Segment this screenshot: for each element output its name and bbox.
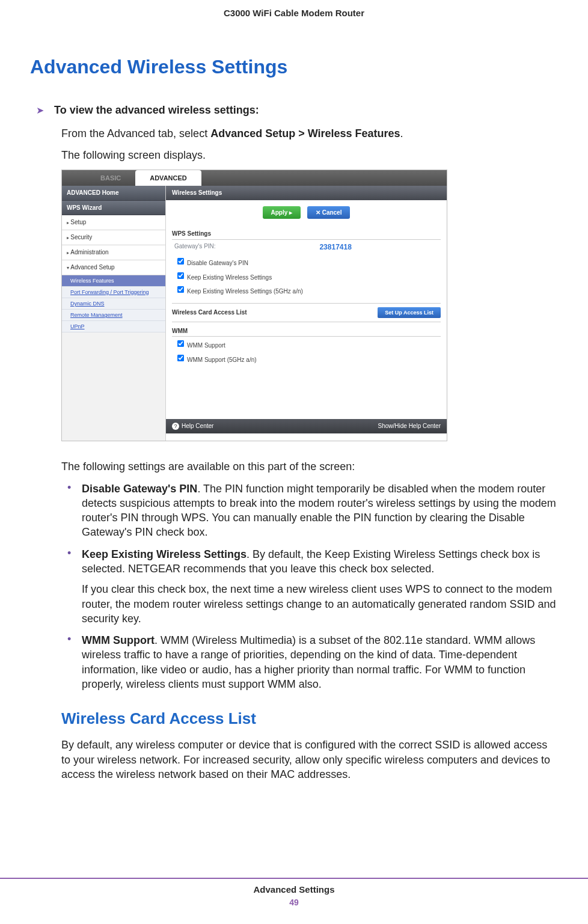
cb-disable-gateway-pin[interactable] bbox=[177, 258, 184, 265]
setting-keep-existing: Keep Existing Wireless Settings. By defa… bbox=[61, 547, 558, 626]
help-center-label[interactable]: Help Center bbox=[172, 422, 213, 430]
wmm-header: WMM bbox=[172, 326, 441, 337]
sidebar-sub-remote-management[interactable]: Remote Management bbox=[62, 310, 165, 321]
setting-term: WMM Support bbox=[82, 634, 155, 646]
cb-keep-existing-5g-label: Keep Existing Wireless Settings (5GHz a/… bbox=[187, 288, 303, 295]
acl-paragraph: By default, any wireless computer or dev… bbox=[61, 738, 558, 782]
sidebar-sub-port-forwarding[interactable]: Port Forwarding / Port Triggering bbox=[62, 287, 165, 298]
procedure-result: The following screen displays. bbox=[61, 148, 558, 162]
procedure-step: From the Advanced tab, select Advanced S… bbox=[61, 126, 558, 141]
cb-disable-gateway-pin-label: Disable Gateway's PIN bbox=[187, 260, 248, 266]
wps-settings-header: WPS Settings bbox=[172, 228, 441, 240]
page-footer: Advanced Settings 49 bbox=[0, 878, 588, 908]
setting-extra: If you clear this check box, the next ti… bbox=[82, 582, 558, 626]
apply-button[interactable]: Apply ▸ bbox=[263, 206, 301, 219]
cb-wmm-support-5g-label: WMM Support (5GHz a/n) bbox=[187, 356, 257, 363]
sidebar-sub-wireless-features[interactable]: Wireless Features bbox=[62, 275, 165, 287]
setting-wmm-support: WMM Support. WMM (Wireless Multimedia) i… bbox=[61, 633, 558, 691]
footer-section: Advanced Settings bbox=[0, 884, 588, 896]
cb-wmm-support-label: WMM Support bbox=[187, 342, 225, 349]
sidebar-sub-upnp[interactable]: UPnP bbox=[62, 321, 165, 332]
step-bold-path: Advanced Setup > Wireless Features bbox=[210, 127, 400, 139]
setting-disable-pin: Disable Gateway's PIN. The PIN function … bbox=[61, 482, 558, 540]
subheading-acl: Wireless Card Access List bbox=[61, 708, 558, 729]
cb-keep-existing[interactable] bbox=[177, 272, 184, 278]
cb-wmm-support[interactable] bbox=[177, 340, 184, 347]
embedded-screenshot: BASIC ADVANCED ADVANCED Home WPS Wizard … bbox=[61, 170, 447, 441]
step-suffix: . bbox=[400, 127, 403, 139]
gateway-pin-label: Gateway's PIN: bbox=[174, 242, 319, 252]
cb-keep-existing-5g[interactable] bbox=[177, 286, 184, 293]
acl-label: Wireless Card Access List bbox=[172, 308, 378, 317]
sidebar-item-administration[interactable]: Administration bbox=[62, 245, 165, 260]
footer-page-number: 49 bbox=[0, 897, 588, 908]
cb-wmm-support-5g[interactable] bbox=[177, 355, 184, 361]
gateway-pin-value: 23817418 bbox=[319, 242, 351, 252]
sidebar-advanced-home[interactable]: ADVANCED Home bbox=[62, 186, 165, 201]
tab-basic[interactable]: BASIC bbox=[86, 170, 135, 186]
setting-term: Disable Gateway's PIN bbox=[82, 483, 197, 495]
procedure-task: To view the advanced wireless settings: bbox=[54, 104, 259, 116]
cancel-button[interactable]: ✕ Cancel bbox=[307, 206, 351, 219]
page-title-h1: Advanced Wireless Settings bbox=[30, 54, 558, 80]
procedure-arrow-icon: ➤ bbox=[36, 104, 44, 117]
sidebar-item-security[interactable]: Security bbox=[62, 230, 165, 245]
cb-keep-existing-label: Keep Existing Wireless Settings bbox=[187, 274, 272, 281]
sidebar-item-setup[interactable]: Setup bbox=[62, 215, 165, 230]
tab-advanced[interactable]: ADVANCED bbox=[135, 170, 201, 186]
sidebar-item-advanced-setup[interactable]: Advanced Setup bbox=[62, 260, 165, 275]
settings-intro: The following settings are available on … bbox=[61, 459, 558, 474]
sidebar-sub-dynamic-dns[interactable]: Dynamic DNS bbox=[62, 298, 165, 310]
setting-term: Keep Existing Wireless Settings bbox=[82, 548, 247, 560]
step-prefix: From the Advanced tab, select bbox=[61, 127, 210, 139]
running-header: C3000 WiFi Cable Modem Router bbox=[30, 7, 558, 19]
panel-title: Wireless Settings bbox=[166, 186, 447, 200]
setup-access-list-button[interactable]: Set Up Access List bbox=[378, 307, 441, 318]
sidebar-wps-wizard[interactable]: WPS Wizard bbox=[62, 201, 165, 216]
help-center-toggle[interactable]: Show/Hide Help Center bbox=[378, 422, 441, 430]
